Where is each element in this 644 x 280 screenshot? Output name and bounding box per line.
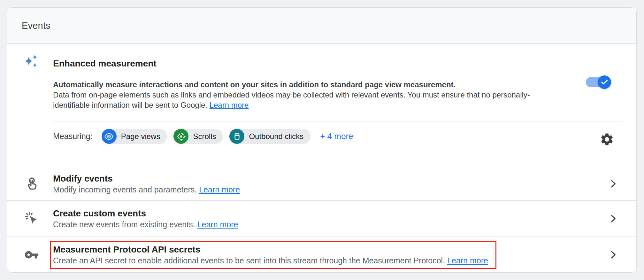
chip-scrolls: Scrolls xyxy=(173,129,223,144)
enhanced-measurement-title: Enhanced measurement xyxy=(53,58,157,69)
chevron-right-icon[interactable] xyxy=(608,249,618,260)
chip-outbound-clicks: Outbound clicks xyxy=(229,129,310,144)
modify-events-learn-more-link[interactable]: Learn more xyxy=(199,185,240,194)
gear-icon[interactable] xyxy=(600,132,614,147)
row-text: Modify events Modify incoming events and… xyxy=(53,173,240,195)
mouse-icon xyxy=(229,129,244,144)
chip-label: Scrolls xyxy=(193,132,216,141)
page-title: Events xyxy=(22,20,50,31)
description-line-3: identifiable information will be sent to… xyxy=(53,100,530,110)
chevron-right-icon[interactable] xyxy=(608,213,618,224)
row-subtitle: Create new events from existing events. … xyxy=(53,219,238,229)
description-line-2: Data from on-page elements such as links… xyxy=(53,90,530,100)
more-measurements-link[interactable]: + 4 more xyxy=(320,131,353,141)
row-modify-events[interactable]: Modify events Modify incoming events and… xyxy=(7,167,636,201)
row-title: Modify events xyxy=(53,173,240,184)
chevron-right-icon[interactable] xyxy=(608,178,618,189)
scroll-icon xyxy=(173,129,188,144)
sparkle-icon xyxy=(24,54,39,69)
description-bold-line: Automatically measure interactions and c… xyxy=(53,80,530,90)
enhanced-learn-more-link[interactable]: Learn more xyxy=(210,101,249,109)
row-text: Measurement Protocol API secrets Create … xyxy=(53,244,488,266)
enhanced-measurement-section: Enhanced measurement Automatically measu… xyxy=(7,44,636,167)
row-subtitle: Modify incoming events and parameters. L… xyxy=(53,184,240,195)
toggle-thumb-check-icon xyxy=(598,75,611,89)
card-header: Events xyxy=(7,8,636,44)
enhanced-measurement-description: Automatically measure interactions and c… xyxy=(53,80,530,110)
api-secrets-learn-more-link[interactable]: Learn more xyxy=(447,256,488,265)
row-title: Measurement Protocol API secrets xyxy=(53,244,488,255)
row-measurement-protocol-api-secrets[interactable]: Measurement Protocol API secrets Create … xyxy=(7,237,636,273)
chip-page-views: Page views xyxy=(102,129,167,144)
events-card: Events Enhanced measurement Automaticall… xyxy=(7,7,637,273)
eye-icon xyxy=(102,129,117,144)
cursor-sparks-icon xyxy=(24,211,39,226)
touch-icon xyxy=(24,176,39,191)
measuring-row: Measuring: Page views xyxy=(53,129,353,144)
row-subtitle: Create an API secret to enable additiona… xyxy=(53,255,488,266)
row-text: Create custom events Create new events f… xyxy=(53,208,238,229)
row-title: Create custom events xyxy=(53,208,238,219)
chip-label: Outbound clicks xyxy=(249,132,303,141)
key-icon xyxy=(24,247,39,262)
section-inner-divider xyxy=(53,121,622,121)
chip-label: Page views xyxy=(121,132,160,141)
measuring-label: Measuring: xyxy=(53,132,93,141)
enhanced-measurement-toggle[interactable] xyxy=(586,77,610,87)
row-create-custom-events[interactable]: Create custom events Create new events f… xyxy=(7,201,636,237)
create-custom-events-learn-more-link[interactable]: Learn more xyxy=(197,220,238,229)
